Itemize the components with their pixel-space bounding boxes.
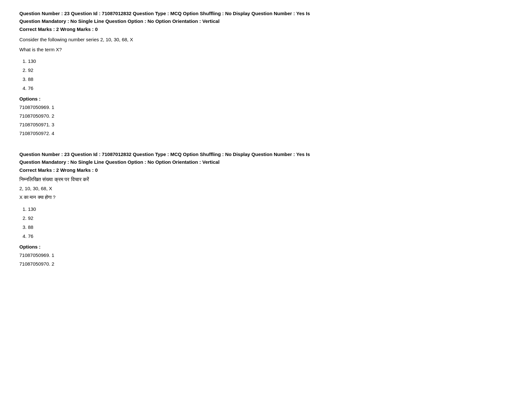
option-2-q2: 2. 92 <box>23 214 513 222</box>
option-3-val-q2: 88 <box>28 224 34 230</box>
option-id-1-num-q1: 1 <box>52 104 54 110</box>
correct-marks-q2: Correct Marks : 2 Wrong Marks : 0 <box>19 167 513 173</box>
options-list-q2: 1. 130 2. 92 3. 88 4. 76 <box>19 205 513 240</box>
question-meta-2: Question Number : 23 Question Id : 71087… <box>19 151 513 166</box>
option-3-num-q1: 3. <box>23 76 28 82</box>
question-ask-q2: X का मान क्या होगा ? <box>19 194 513 200</box>
option-id-3-q1: 71087050971. 3 <box>19 120 513 129</box>
option-4-val-q1: 76 <box>28 85 34 91</box>
option-2-num-q1: 2. <box>23 67 28 73</box>
options-list-q1: 1. 130 2. 92 3. 88 4. 76 <box>19 57 513 92</box>
option-2-q1: 2. 92 <box>23 66 513 74</box>
meta-line2-q1: Question Mandatory : No Single Line Ques… <box>19 18 220 24</box>
question-block-2: Question Number : 23 Question Id : 71087… <box>19 151 513 268</box>
question-sub-q1: What is the term X? <box>19 47 513 52</box>
option-1-num-q1: 1. <box>23 58 28 64</box>
option-id-2-code-q1: 71087050970. <box>19 113 50 119</box>
option-2-val-q2: 92 <box>28 215 34 221</box>
option-ids-q2: 71087050969. 1 71087050970. 2 <box>19 251 513 268</box>
correct-marks-q1: Correct Marks : 2 Wrong Marks : 0 <box>19 26 513 32</box>
option-id-2-num-q2: 2 <box>52 261 54 267</box>
option-3-q1: 3. 88 <box>23 75 513 83</box>
question-text-q1: Consider the following number series 2, … <box>19 36 513 44</box>
options-label-q2: Options : <box>19 244 513 250</box>
option-ids-q1: 71087050969. 1 71087050970. 2 7108705097… <box>19 103 513 138</box>
option-id-4-num-q1: 4 <box>52 131 54 136</box>
series-text-q2: 2, 10, 30, 68, X <box>19 186 513 191</box>
option-4-num-q1: 4. <box>23 85 28 91</box>
option-id-1-num-q2: 1 <box>52 252 54 258</box>
meta-line2-q2: Question Mandatory : No Single Line Ques… <box>19 159 220 165</box>
option-3-val-q1: 88 <box>28 76 34 82</box>
option-id-1-q1: 71087050969. 1 <box>19 103 513 112</box>
option-id-2-num-q1: 2 <box>52 113 54 119</box>
option-1-q1: 1. 130 <box>23 57 513 65</box>
option-id-3-num-q1: 3 <box>52 122 54 127</box>
option-1-q2: 1. 130 <box>23 205 513 213</box>
question-block-1: Question Number : 23 Question Id : 71087… <box>19 10 513 138</box>
option-id-4-code-q1: 71087050972. <box>19 131 50 136</box>
option-id-2-code-q2: 71087050970. <box>19 261 50 267</box>
option-1-val-q1: 130 <box>28 58 36 64</box>
option-id-1-code-q2: 71087050969. <box>19 252 50 258</box>
hindi-text-q2: निम्नलिखित संख्या क्रम पर विचार करें <box>19 177 513 182</box>
option-2-num-q2: 2. <box>23 215 28 221</box>
option-id-2-q1: 71087050970. 2 <box>19 112 513 120</box>
option-id-2-q2: 71087050970. 2 <box>19 259 513 268</box>
option-3-q2: 3. 88 <box>23 223 513 231</box>
meta-line1-q1: Question Number : 23 Question Id : 71087… <box>19 11 310 16</box>
question-meta-1: Question Number : 23 Question Id : 71087… <box>19 10 513 25</box>
option-1-val-q2: 130 <box>28 206 36 212</box>
option-id-4-q1: 71087050972. 4 <box>19 129 513 138</box>
option-id-1-q2: 71087050969. 1 <box>19 251 513 259</box>
option-4-num-q2: 4. <box>23 233 28 239</box>
option-3-num-q2: 3. <box>23 224 28 230</box>
option-id-3-code-q1: 71087050971. <box>19 122 50 127</box>
options-label-q1: Options : <box>19 96 513 102</box>
option-4-q2: 4. 76 <box>23 232 513 240</box>
meta-line1-q2: Question Number : 23 Question Id : 71087… <box>19 152 310 157</box>
option-id-1-code-q1: 71087050969. <box>19 104 50 110</box>
option-4-val-q2: 76 <box>28 233 34 239</box>
option-2-val-q1: 92 <box>28 67 34 73</box>
option-4-q1: 4. 76 <box>23 84 513 92</box>
option-1-num-q2: 1. <box>23 206 28 212</box>
